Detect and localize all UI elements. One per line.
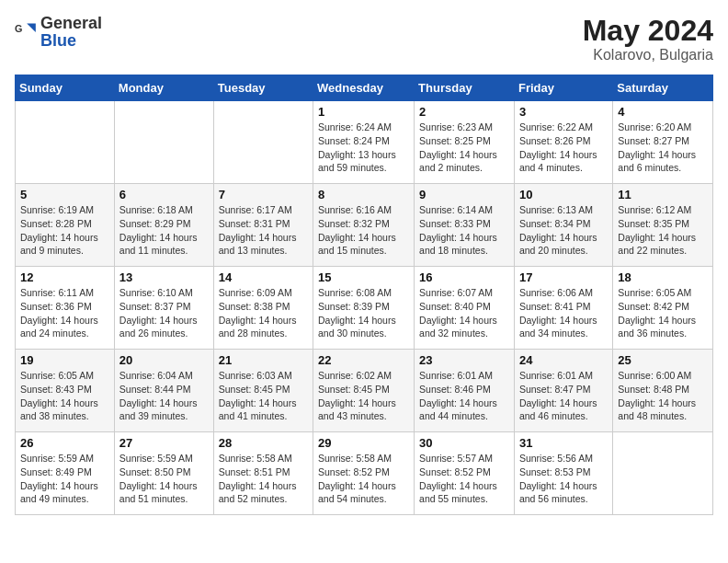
day-info-line: Sunrise: 5:58 AM <box>219 453 292 464</box>
day-info: Sunrise: 6:07 AMSunset: 8:40 PMDaylight:… <box>419 286 509 340</box>
day-number: 2 <box>419 105 509 119</box>
calendar-cell: 25Sunrise: 6:00 AMSunset: 8:48 PMDayligh… <box>613 350 713 432</box>
calendar-cell: 6Sunrise: 6:18 AMSunset: 8:29 PMDaylight… <box>114 184 213 267</box>
day-info-line: Sunset: 8:43 PM <box>20 384 92 395</box>
calendar-cell <box>16 101 115 184</box>
day-info-line: Sunset: 8:52 PM <box>419 466 491 477</box>
day-info-line: Sunrise: 6:16 AM <box>318 204 392 215</box>
day-info: Sunrise: 6:06 AMSunset: 8:41 PMDaylight:… <box>519 286 608 340</box>
day-info-line: Sunset: 8:35 PM <box>618 218 689 229</box>
day-number: 24 <box>519 353 608 367</box>
day-info-line: Daylight: 14 hours <box>519 232 597 243</box>
day-number: 20 <box>119 353 209 367</box>
calendar-cell: 18Sunrise: 6:05 AMSunset: 8:42 PMDayligh… <box>613 267 713 350</box>
day-info-line: Daylight: 13 hours <box>318 149 396 160</box>
day-info-line: Sunrise: 6:23 AM <box>419 121 493 132</box>
day-info-line: Sunrise: 5:58 AM <box>318 453 392 464</box>
calendar-cell: 29Sunrise: 5:58 AMSunset: 8:52 PMDayligh… <box>313 432 415 515</box>
calendar-cell: 30Sunrise: 5:57 AMSunset: 8:52 PMDayligh… <box>415 432 515 515</box>
day-info-line: Daylight: 14 hours <box>519 397 597 408</box>
day-info-line: Daylight: 14 hours <box>419 315 497 326</box>
calendar-cell: 7Sunrise: 6:17 AMSunset: 8:31 PMDaylight… <box>213 184 313 267</box>
day-info-line: Sunset: 8:46 PM <box>419 384 491 395</box>
calendar-cell: 4Sunrise: 6:20 AMSunset: 8:27 PMDaylight… <box>613 101 713 184</box>
day-number: 16 <box>419 270 509 284</box>
weekday-header-cell: Wednesday <box>313 75 415 101</box>
calendar-cell: 1Sunrise: 6:24 AMSunset: 8:24 PMDaylight… <box>313 101 415 184</box>
calendar-cell: 19Sunrise: 6:05 AMSunset: 8:43 PMDayligh… <box>16 350 115 432</box>
day-info: Sunrise: 6:20 AMSunset: 8:27 PMDaylight:… <box>618 121 708 175</box>
day-info-line: and 32 minutes. <box>419 327 488 339</box>
day-info-line: and 2 minutes. <box>419 162 483 173</box>
day-info-line: Daylight: 14 hours <box>20 480 98 491</box>
day-info-line: and 34 minutes. <box>519 327 588 339</box>
day-info: Sunrise: 6:10 AMSunset: 8:37 PMDaylight:… <box>119 286 209 340</box>
calendar-cell: 26Sunrise: 5:59 AMSunset: 8:49 PMDayligh… <box>16 432 115 515</box>
day-info: Sunrise: 5:58 AMSunset: 8:51 PMDaylight:… <box>219 452 308 506</box>
day-info-line: Sunset: 8:36 PM <box>20 301 92 312</box>
calendar-table: SundayMondayTuesdayWednesdayThursdayFrid… <box>15 75 713 515</box>
day-info-line: Daylight: 14 hours <box>318 315 396 326</box>
day-info-line: Sunset: 8:40 PM <box>419 301 491 312</box>
weekday-header-cell: Friday <box>514 75 612 101</box>
calendar-cell: 15Sunrise: 6:08 AMSunset: 8:39 PMDayligh… <box>313 267 415 350</box>
logo-blue-text: Blue <box>40 31 76 50</box>
day-info-line: Sunrise: 6:09 AM <box>219 287 292 298</box>
day-info-line: and 24 minutes. <box>20 327 89 339</box>
day-number: 5 <box>20 188 109 201</box>
day-info-line: and 20 minutes. <box>519 245 588 256</box>
day-info-line: and 6 minutes. <box>618 162 681 173</box>
day-info-line: Sunrise: 5:59 AM <box>119 453 193 464</box>
calendar-week-row: 1Sunrise: 6:24 AMSunset: 8:24 PMDaylight… <box>16 101 713 184</box>
day-info-line: Sunrise: 6:12 AM <box>618 204 691 215</box>
calendar-cell <box>114 101 213 184</box>
day-info: Sunrise: 6:05 AMSunset: 8:43 PMDaylight:… <box>20 369 109 423</box>
calendar-cell: 13Sunrise: 6:10 AMSunset: 8:37 PMDayligh… <box>114 267 213 350</box>
svg-marker-1 <box>27 23 36 32</box>
svg-text:G: G <box>15 23 22 34</box>
day-info-line: and 13 minutes. <box>219 245 288 256</box>
day-info-line: Daylight: 14 hours <box>318 480 396 491</box>
day-info-line: Daylight: 14 hours <box>219 315 297 326</box>
calendar-cell: 5Sunrise: 6:19 AMSunset: 8:28 PMDaylight… <box>16 184 115 267</box>
day-info-line: and 41 minutes. <box>219 410 288 421</box>
day-info-line: Sunset: 8:28 PM <box>20 218 92 229</box>
day-info-line: Sunrise: 6:05 AM <box>20 370 94 381</box>
day-info-line: Daylight: 14 hours <box>119 315 198 326</box>
day-info-line: Sunrise: 5:59 AM <box>20 453 94 464</box>
day-info: Sunrise: 6:09 AMSunset: 8:38 PMDaylight:… <box>219 286 308 340</box>
day-info: Sunrise: 6:00 AMSunset: 8:48 PMDaylight:… <box>618 369 708 423</box>
day-info-line: Daylight: 14 hours <box>519 315 597 326</box>
day-info-line: Daylight: 14 hours <box>219 397 297 408</box>
day-info-line: and 48 minutes. <box>618 410 687 421</box>
calendar-cell: 28Sunrise: 5:58 AMSunset: 8:51 PMDayligh… <box>213 432 313 515</box>
day-number: 29 <box>318 436 409 450</box>
day-info-line: and 30 minutes. <box>318 327 387 339</box>
calendar-week-row: 12Sunrise: 6:11 AMSunset: 8:36 PMDayligh… <box>16 267 713 350</box>
logo: G General Blue <box>15 15 102 50</box>
day-info-line: Sunset: 8:26 PM <box>519 135 591 146</box>
calendar-cell: 23Sunrise: 6:01 AMSunset: 8:46 PMDayligh… <box>415 350 515 432</box>
day-number: 18 <box>618 270 708 284</box>
day-info-line: Daylight: 14 hours <box>618 149 696 160</box>
weekday-header-cell: Monday <box>114 75 213 101</box>
day-info-line: and 11 minutes. <box>119 245 188 256</box>
day-info-line: Sunset: 8:33 PM <box>419 218 491 229</box>
calendar-cell: 31Sunrise: 5:56 AMSunset: 8:53 PMDayligh… <box>514 432 612 515</box>
day-info: Sunrise: 6:13 AMSunset: 8:34 PMDaylight:… <box>519 203 608 258</box>
day-number: 30 <box>419 436 509 450</box>
day-info-line: and 51 minutes. <box>119 493 188 504</box>
day-info: Sunrise: 6:23 AMSunset: 8:25 PMDaylight:… <box>419 121 509 175</box>
day-info: Sunrise: 6:05 AMSunset: 8:42 PMDaylight:… <box>618 286 708 340</box>
day-info-line: Sunset: 8:45 PM <box>219 384 290 395</box>
day-info-line: Daylight: 14 hours <box>519 149 597 160</box>
day-number: 26 <box>20 436 109 450</box>
day-info-line: and 15 minutes. <box>318 245 387 256</box>
calendar-cell: 2Sunrise: 6:23 AMSunset: 8:25 PMDaylight… <box>415 101 515 184</box>
calendar-cell: 14Sunrise: 6:09 AMSunset: 8:38 PMDayligh… <box>213 267 313 350</box>
day-number: 19 <box>20 353 109 367</box>
day-info: Sunrise: 6:22 AMSunset: 8:26 PMDaylight:… <box>519 121 608 175</box>
day-info-line: and 22 minutes. <box>618 245 687 256</box>
day-info-line: Sunrise: 6:05 AM <box>618 287 691 298</box>
calendar-cell: 17Sunrise: 6:06 AMSunset: 8:41 PMDayligh… <box>514 267 612 350</box>
